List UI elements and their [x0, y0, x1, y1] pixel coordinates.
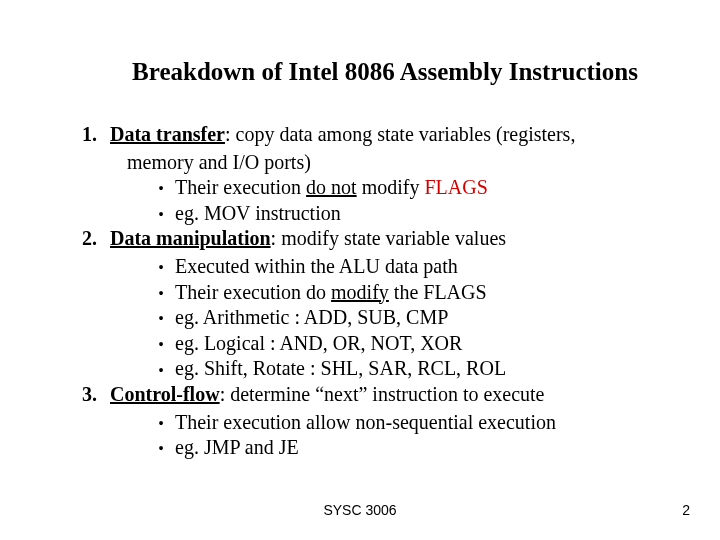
- sub-text: the FLAGS: [389, 281, 487, 303]
- bullet-icon: •: [147, 284, 175, 304]
- bullet-icon: •: [147, 439, 175, 459]
- sub-text: eg. Shift, Rotate : SHL, SAR, RCL, ROL: [175, 357, 506, 379]
- item-number: 1.: [82, 122, 110, 148]
- sub-bullet: •eg. Shift, Rotate : SHL, SAR, RCL, ROL: [82, 356, 668, 382]
- sub-text: Their execution: [175, 176, 306, 198]
- bullet-icon: •: [147, 414, 175, 434]
- bullet-icon: •: [147, 361, 175, 381]
- sub-bullet: •Their execution allow non-sequential ex…: [82, 410, 668, 436]
- item-heading: Control-flow: [110, 383, 220, 405]
- sub-text: eg. JMP and JE: [175, 436, 299, 458]
- item-text: : determine “next” instruction to execut…: [220, 383, 545, 405]
- item-text: : modify state variable values: [271, 227, 506, 249]
- bullet-icon: •: [147, 179, 175, 199]
- bullet-icon: •: [147, 258, 175, 278]
- list-item-2: 2.Data manipulation: modify state variab…: [82, 226, 668, 252]
- sub-underline: modify: [331, 281, 389, 303]
- item-continuation: memory and I/O ports): [82, 150, 668, 176]
- bullet-icon: •: [147, 309, 175, 329]
- sub-text: Their execution allow non-sequential exe…: [175, 411, 556, 433]
- sub-text: eg. MOV instruction: [175, 202, 341, 224]
- sub-bullet: •Their execution do not modify FLAGS: [82, 175, 668, 201]
- sub-bullet: •eg. Arithmetic : ADD, SUB, CMP: [82, 305, 668, 331]
- ordered-list: 1.Data transfer: copy data among state v…: [52, 122, 668, 461]
- item-heading: Data transfer: [110, 123, 225, 145]
- sub-underline: do not: [306, 176, 357, 198]
- sub-bullet: •eg. Logical : AND, OR, NOT, XOR: [82, 331, 668, 357]
- slide: Breakdown of Intel 8086 Assembly Instruc…: [0, 0, 720, 540]
- footer-course: SYSC 3006: [0, 502, 720, 518]
- slide-title: Breakdown of Intel 8086 Assembly Instruc…: [52, 58, 668, 86]
- sub-text: eg. Logical : AND, OR, NOT, XOR: [175, 332, 462, 354]
- sub-bullet: •eg. JMP and JE: [82, 435, 668, 461]
- bullet-icon: •: [147, 205, 175, 225]
- item-text: : copy data among state variables (regis…: [225, 123, 575, 145]
- sub-text: Executed within the ALU data path: [175, 255, 458, 277]
- item-number: 3.: [82, 382, 110, 408]
- sub-text: modify: [357, 176, 425, 198]
- list-item-1: 1.Data transfer: copy data among state v…: [82, 122, 668, 148]
- sub-text: Their execution do: [175, 281, 331, 303]
- list-item-3: 3.Control-flow: determine “next” instruc…: [82, 382, 668, 408]
- sub-bullet: •Executed within the ALU data path: [82, 254, 668, 280]
- sub-bullet: •eg. MOV instruction: [82, 201, 668, 227]
- bullet-icon: •: [147, 335, 175, 355]
- item-number: 2.: [82, 226, 110, 252]
- sub-bullet: •Their execution do modify the FLAGS: [82, 280, 668, 306]
- sub-text: eg. Arithmetic : ADD, SUB, CMP: [175, 306, 448, 328]
- item-heading: Data manipulation: [110, 227, 271, 249]
- footer-page-number: 2: [682, 502, 690, 518]
- flags-red: FLAGS: [424, 176, 487, 198]
